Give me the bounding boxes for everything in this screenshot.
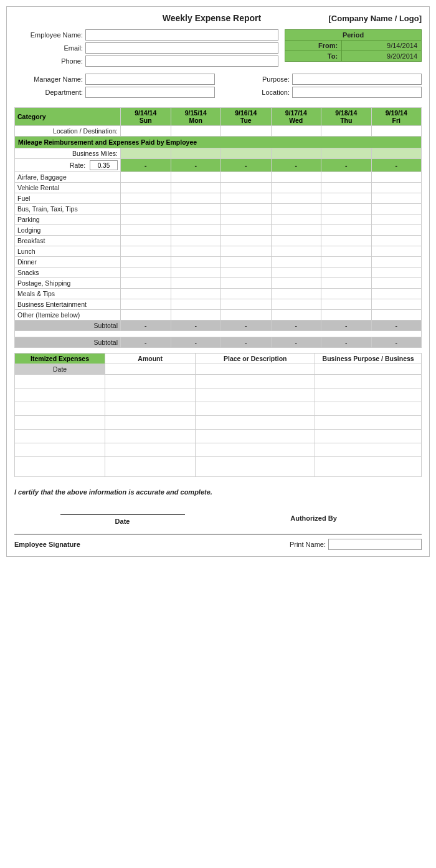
item0-amount[interactable] (105, 375, 196, 388)
cat0-mon[interactable] (171, 172, 221, 183)
cat8-thu[interactable] (321, 257, 372, 268)
biz-miles-tue[interactable] (221, 148, 272, 159)
cat10-wed[interactable] (271, 278, 321, 289)
item1-amount[interactable] (105, 388, 196, 402)
manager-input[interactable] (85, 74, 215, 85)
cat0-tue[interactable] (221, 172, 272, 183)
cat3-fri[interactable] (371, 204, 422, 215)
cat11-mon[interactable] (171, 289, 221, 299)
cat8-fri[interactable] (371, 257, 422, 268)
cat5-mon[interactable] (171, 225, 221, 236)
loc-dest-wed[interactable] (271, 126, 321, 137)
cat7-fri[interactable] (371, 246, 422, 257)
cat10-mon[interactable] (171, 278, 221, 289)
cat9-mon[interactable] (171, 268, 221, 278)
cat10-sun[interactable] (121, 278, 171, 289)
cat5-wed[interactable] (271, 225, 321, 236)
cat11-tue[interactable] (221, 289, 272, 299)
cat1-thu[interactable] (321, 183, 372, 193)
item0-place[interactable] (196, 375, 315, 388)
cat5-thu[interactable] (321, 225, 372, 236)
cat13-tue[interactable] (221, 310, 272, 321)
cat6-wed[interactable] (271, 236, 321, 246)
purpose-input[interactable] (292, 74, 422, 85)
cat1-tue[interactable] (221, 183, 272, 193)
biz-miles-mon[interactable] (171, 148, 221, 159)
cat0-thu[interactable] (321, 172, 372, 183)
cat9-fri[interactable] (371, 268, 422, 278)
loc-dest-fri[interactable] (371, 126, 422, 137)
cat8-sun[interactable] (121, 257, 171, 268)
cat13-mon[interactable] (171, 310, 221, 321)
cat11-thu[interactable] (321, 289, 372, 299)
cat11-fri[interactable] (371, 289, 422, 299)
cat2-fri[interactable] (371, 193, 422, 204)
cat1-sun[interactable] (121, 183, 171, 193)
cat3-wed[interactable] (271, 204, 321, 215)
cat12-wed[interactable] (271, 299, 321, 310)
cat6-fri[interactable] (371, 236, 422, 246)
cat6-tue[interactable] (221, 236, 272, 246)
item3-business[interactable] (315, 416, 422, 430)
item1-date[interactable] (15, 388, 105, 402)
cat12-sun[interactable] (121, 299, 171, 310)
cat5-tue[interactable] (221, 225, 272, 236)
cat2-sun[interactable] (121, 193, 171, 204)
item4-business[interactable] (315, 430, 422, 443)
cat7-mon[interactable] (171, 246, 221, 257)
rate-input[interactable] (90, 160, 118, 170)
item3-place[interactable] (196, 416, 315, 430)
phone-input[interactable] (85, 55, 278, 67)
cat12-mon[interactable] (171, 299, 221, 310)
cat0-sun[interactable] (121, 172, 171, 183)
cat10-fri[interactable] (371, 278, 422, 289)
cat2-mon[interactable] (171, 193, 221, 204)
item0-date[interactable] (15, 375, 105, 388)
item4-place[interactable] (196, 430, 315, 443)
biz-miles-fri[interactable] (371, 148, 422, 159)
cat7-wed[interactable] (271, 246, 321, 257)
item1-business[interactable] (315, 388, 422, 402)
cat6-mon[interactable] (171, 236, 221, 246)
cat2-wed[interactable] (271, 193, 321, 204)
cat4-sun[interactable] (121, 215, 171, 225)
cat8-mon[interactable] (171, 257, 221, 268)
cat11-sun[interactable] (121, 289, 171, 299)
cat4-fri[interactable] (371, 215, 422, 225)
cat3-thu[interactable] (321, 204, 372, 215)
cat3-mon[interactable] (171, 204, 221, 215)
cat6-thu[interactable] (321, 236, 372, 246)
email-input[interactable] (85, 42, 278, 54)
cat12-fri[interactable] (371, 299, 422, 310)
cat9-wed[interactable] (271, 268, 321, 278)
loc-dest-tue[interactable] (221, 126, 272, 137)
item5-place[interactable] (196, 443, 315, 457)
cat1-mon[interactable] (171, 183, 221, 193)
biz-miles-sun[interactable] (121, 148, 171, 159)
item2-place[interactable] (196, 402, 315, 416)
cat5-sun[interactable] (121, 225, 171, 236)
cat4-thu[interactable] (321, 215, 372, 225)
cat0-fri[interactable] (371, 172, 422, 183)
employee-name-input[interactable] (85, 29, 278, 41)
biz-miles-wed[interactable] (271, 148, 321, 159)
item5-business[interactable] (315, 443, 422, 457)
department-input[interactable] (85, 87, 215, 98)
item2-amount[interactable] (105, 402, 196, 416)
cat10-tue[interactable] (221, 278, 272, 289)
item6-amount[interactable] (105, 457, 196, 477)
cat2-tue[interactable] (221, 193, 272, 204)
loc-dest-mon[interactable] (171, 126, 221, 137)
item5-amount[interactable] (105, 443, 196, 457)
biz-miles-thu[interactable] (321, 148, 372, 159)
cat8-tue[interactable] (221, 257, 272, 268)
cat9-sun[interactable] (121, 268, 171, 278)
cat4-tue[interactable] (221, 215, 272, 225)
cat2-thu[interactable] (321, 193, 372, 204)
loc-dest-sun[interactable] (121, 126, 171, 137)
cat7-thu[interactable] (321, 246, 372, 257)
cat13-sun[interactable] (121, 310, 171, 321)
cat13-fri[interactable] (371, 310, 422, 321)
item3-date[interactable] (15, 416, 105, 430)
cat10-thu[interactable] (321, 278, 372, 289)
